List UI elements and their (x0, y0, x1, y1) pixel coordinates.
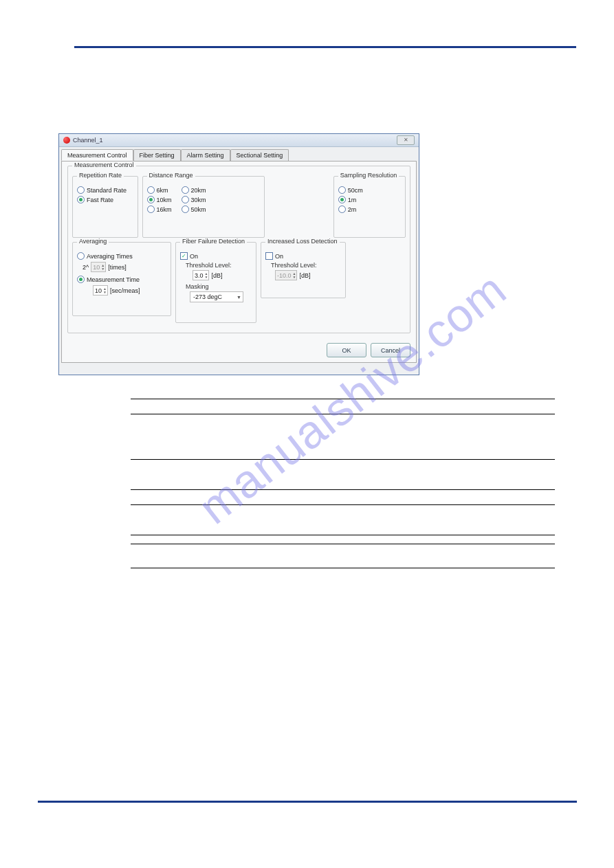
group-title-measurement-control: Measurement Control (72, 162, 136, 168)
checkbox-incloss-on[interactable]: On (265, 252, 341, 260)
radio-1m[interactable]: 1m (338, 196, 401, 203)
spinner-avg-times[interactable]: 10▲▼ (91, 262, 106, 272)
tab-fiber-setting[interactable]: Fiber Setting (133, 149, 181, 161)
cancel-button[interactable]: Cancel (371, 343, 410, 357)
group-repetition-rate: Repetition Rate Standard Rate Fast Rate (72, 176, 138, 238)
table-row: Averaging Set the averaging time for mea… (131, 505, 555, 535)
tab-alarm-setting[interactable]: Alarm Setting (181, 149, 230, 161)
spinner-fiber-thresh[interactable]: 3.0▲▼ (193, 270, 209, 280)
bullet-2: •Fiber Setting (131, 99, 578, 107)
bullet-4: •Sectional Setting (131, 118, 578, 126)
radio-30km[interactable]: 30km (182, 196, 206, 203)
note-box: Note The averaging count is approximatel… (131, 544, 555, 568)
ok-button[interactable]: OK (327, 343, 366, 357)
avg-unit-label: [times] (108, 264, 127, 271)
note-heading: Note (131, 548, 154, 564)
bullet-3: •Alarm Setting (131, 109, 578, 117)
header-rule (74, 46, 576, 48)
radio-50km[interactable]: 50km (182, 205, 206, 213)
radio-measurement-time[interactable]: Measurement Time (77, 276, 166, 283)
table-row: Repetition rate Set the rate at which to… (131, 414, 555, 460)
group-averaging: Averaging Averaging Times 2^ 10▲▼ [times… (72, 242, 171, 316)
group-title-fiber-failure: Fiber Failure Detection (180, 238, 247, 245)
radio-6km[interactable]: 6km (147, 186, 172, 194)
label-masking: Masking (186, 283, 252, 290)
avg-prefix-label: 2^ (83, 264, 89, 271)
table-header-item: Item (131, 399, 226, 414)
radio-10km[interactable]: 10km (147, 196, 172, 203)
group-increased-loss: Increased Loss Detection On Threshold Le… (261, 242, 346, 298)
group-title-repetition: Repetition Rate (77, 172, 124, 179)
header-section-title: 3.6 Configuring Channel Settings (465, 30, 576, 38)
label-incloss-thresh: Threshold Level: (271, 262, 341, 269)
channel-settings-dialog: Channel_1 ✕ Measurement Control Fiber Se… (58, 133, 419, 375)
table-row: Sampling resolution Set the sampling res… (131, 490, 555, 505)
table-row: Distance range Set the distance range to… (131, 460, 555, 490)
close-icon[interactable]: ✕ (397, 135, 415, 145)
group-fiber-failure: Fiber Failure Detection ✓On Threshold Le… (175, 242, 256, 323)
checkbox-fiber-on[interactable]: ✓On (180, 252, 252, 260)
footer-page-num: 3-15 (562, 810, 576, 817)
spinner-incloss-thresh[interactable]: -10.0▲▼ (275, 270, 297, 280)
group-measurement-control: Measurement Control Repetition Rate Stan… (67, 166, 410, 333)
radio-16km[interactable]: 16km (147, 205, 172, 213)
radio-standard-rate[interactable]: Standard Rate (77, 186, 133, 194)
bullet-1: •Measurement Control (131, 89, 578, 98)
combo-masking[interactable]: -273 degC▼ (190, 291, 243, 302)
meas-unit-label: [sec/meas] (110, 287, 140, 294)
post-note-line: Measurement time cannot be set to a valu… (131, 578, 553, 588)
radio-20km[interactable]: 20km (182, 186, 206, 194)
radio-2m[interactable]: 2m (338, 205, 401, 213)
footer-doc-id: IM 39J06B40-01E (38, 810, 93, 817)
group-title-distance: Distance Range (147, 172, 195, 179)
group-sampling-resolution: Sampling Resolution 50cm 1m 2m (333, 176, 406, 238)
table-header-desc: Description (226, 399, 555, 414)
incloss-thresh-unit: [dB] (299, 272, 310, 279)
group-title-averaging: Averaging (77, 238, 109, 245)
intro-line-1: The channel settings dialog box for the … (131, 60, 553, 71)
radio-fast-rate[interactable]: Fast Rate (77, 196, 133, 203)
dialog-titlebar: Channel_1 ✕ (59, 134, 419, 147)
radio-averaging-times[interactable]: Averaging Times (77, 252, 166, 260)
label-fiber-thresh: Threshold Level: (186, 262, 252, 269)
intro-line-2: Click the tab of the item that you want … (131, 75, 553, 85)
figure-caption: Example of the channel 1 setting dialog … (58, 381, 578, 389)
tab-measurement-control[interactable]: Measurement Control (61, 149, 133, 161)
dialog-title: Channel_1 (73, 137, 397, 144)
group-distance-range: Distance Range 6km 10km 16km 20km 30km (142, 176, 265, 238)
spinner-meas-time[interactable]: 10▲▼ (93, 285, 108, 296)
group-title-sampling: Sampling Resolution (338, 172, 399, 179)
dialog-app-icon (63, 137, 70, 144)
fiber-thresh-unit: [dB] (211, 272, 222, 279)
group-title-increased-loss: Increased Loss Detection (265, 238, 340, 245)
note-body: The averaging count is approximately 400… (154, 548, 555, 564)
radio-50cm[interactable]: 50cm (338, 186, 401, 194)
footer-rule (38, 801, 577, 803)
settings-description-table: Item Description Repetition rate Set the… (131, 399, 555, 535)
tab-sectional-setting[interactable]: Sectional Setting (230, 149, 289, 161)
